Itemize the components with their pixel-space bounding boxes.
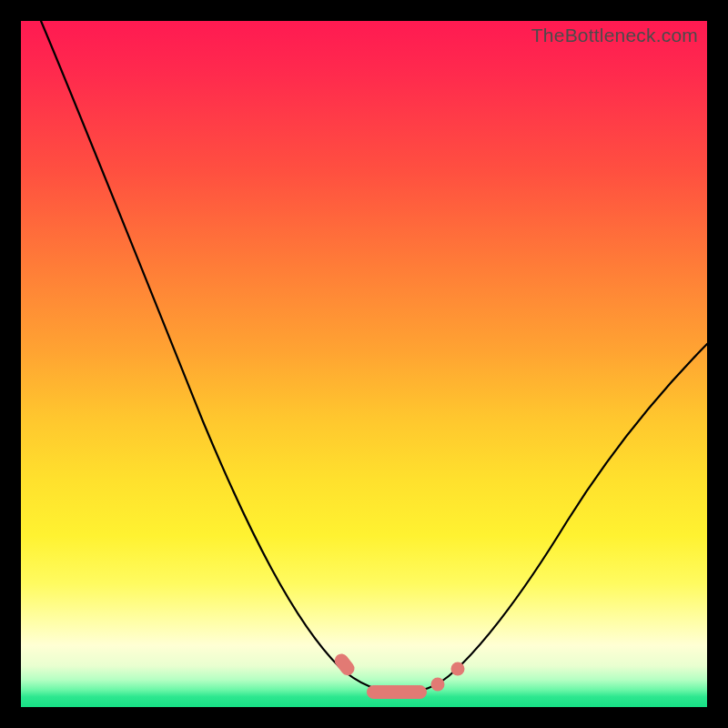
marker-pill-bottom xyxy=(367,685,427,699)
chart-frame: TheBottleneck.com xyxy=(0,0,728,728)
marker-dot-1 xyxy=(431,678,445,692)
plot-area: TheBottleneck.com xyxy=(21,21,707,707)
bottleneck-curve xyxy=(41,21,707,693)
marker-dot-2 xyxy=(451,662,465,676)
curve-svg xyxy=(21,21,707,707)
